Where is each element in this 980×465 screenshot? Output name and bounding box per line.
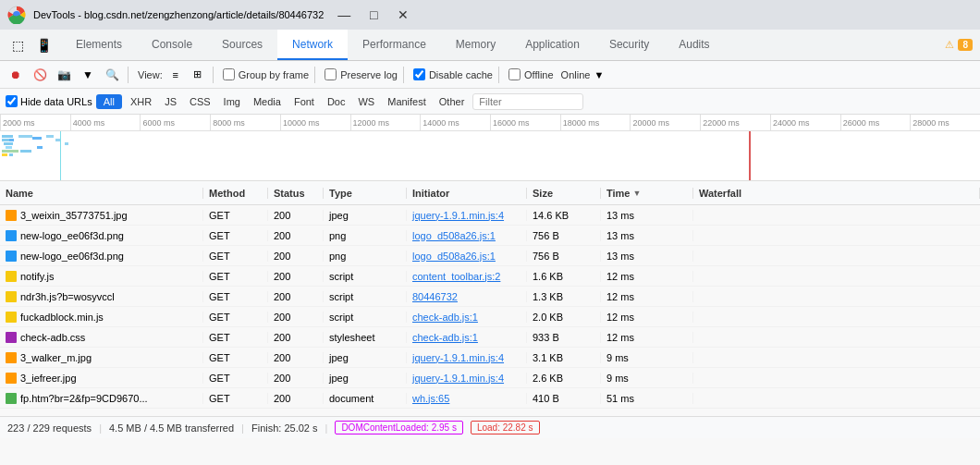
- cell-initiator[interactable]: jquery-1.9.1.min.js:4: [407, 210, 527, 221]
- cell-initiator[interactable]: wh.js:65: [407, 393, 527, 404]
- network-dropdown[interactable]: ▼: [594, 69, 604, 80]
- minimize-button[interactable]: —: [331, 6, 357, 23]
- cell-status: 200: [268, 352, 324, 363]
- cell-time: 12 ms: [601, 332, 693, 343]
- camera-button[interactable]: 📷: [54, 65, 74, 85]
- mark-26000: 26000 ms: [840, 115, 911, 130]
- table-row[interactable]: fuckadblock.min.jsGET200scriptcheck-adb.…: [0, 307, 980, 327]
- filter-media-button[interactable]: Media: [249, 95, 286, 108]
- table-row[interactable]: new-logo_ee06f3d.pngGET200pnglogo_d508a2…: [0, 226, 980, 246]
- device-icon[interactable]: 📱: [33, 35, 54, 55]
- cell-type: jpeg: [324, 210, 407, 221]
- cell-size: 1.6 KB: [527, 271, 601, 282]
- hide-data-urls-checkbox[interactable]: Hide data URLs: [6, 95, 92, 107]
- mark-20000: 20000 ms: [630, 115, 700, 130]
- table-row[interactable]: new-logo_ee06f3d.pngGET200pnglogo_d508a2…: [0, 246, 980, 266]
- maximize-button[interactable]: □: [361, 6, 386, 23]
- filter-css-button[interactable]: CSS: [185, 95, 215, 108]
- filter-ws-button[interactable]: WS: [353, 95, 379, 108]
- cell-initiator[interactable]: check-adb.js:1: [407, 332, 527, 343]
- cell-method: GET: [203, 291, 268, 302]
- table-row[interactable]: ndr3h.js?b=wosyvcclGET200script804467321…: [0, 287, 980, 307]
- cell-initiator[interactable]: logo_d508a26.js:1: [407, 230, 527, 241]
- clear-button[interactable]: 🚫: [30, 65, 50, 85]
- col-time: Time ▼: [601, 188, 693, 199]
- mark-14000: 14000 ms: [420, 115, 490, 130]
- mark-24000: 24000 ms: [770, 115, 840, 130]
- timeline-bars: [0, 131, 980, 181]
- record-button[interactable]: ⏺: [6, 65, 26, 85]
- table-row[interactable]: check-adb.cssGET200stylesheetcheck-adb.j…: [0, 327, 980, 348]
- tab-application[interactable]: Application: [510, 30, 594, 60]
- cell-size: 1.3 KB: [527, 291, 601, 302]
- mark-18000: 18000 ms: [560, 115, 631, 130]
- tab-performance[interactable]: Performance: [348, 30, 441, 60]
- filter-xhr-button[interactable]: XHR: [126, 95, 156, 108]
- cell-initiator[interactable]: 80446732: [407, 291, 527, 302]
- cell-name: 3_walker_m.jpg: [0, 352, 203, 363]
- table-row[interactable]: notify.jsGET200scriptcontent_toolbar.js:…: [0, 266, 980, 287]
- table-row[interactable]: fp.htm?br=2&fp=9CD9670...GET200documentw…: [0, 388, 980, 409]
- filter-other-button[interactable]: Other: [435, 95, 470, 108]
- table-row[interactable]: 3_weixin_35773751.jpgGET200jpegjquery-1.…: [0, 205, 980, 226]
- tab-security[interactable]: Security: [594, 30, 664, 60]
- search-button[interactable]: 🔍: [102, 65, 122, 85]
- preserve-log-checkbox[interactable]: Preserve log: [325, 68, 398, 80]
- cell-initiator[interactable]: jquery-1.9.1.min.js:4: [407, 373, 527, 384]
- svg-rect-2: [2, 135, 13, 138]
- cell-initiator[interactable]: content_toolbar.js:2: [407, 271, 527, 282]
- disable-cache-checkbox[interactable]: Disable cache: [413, 68, 493, 80]
- svg-rect-18: [60, 131, 61, 181]
- load-badge: Load: 22.82 s: [471, 421, 540, 434]
- filter-font-button[interactable]: Font: [289, 95, 319, 108]
- group-by-frame-checkbox[interactable]: Group by frame: [223, 68, 309, 80]
- tab-sources[interactable]: Sources: [207, 30, 277, 60]
- cell-type: jpeg: [324, 352, 407, 363]
- offline-checkbox[interactable]: Offline: [508, 68, 554, 80]
- table-row[interactable]: 3_iefreer.jpgGET200jpegjquery-1.9.1.min.…: [0, 368, 980, 388]
- tab-elements[interactable]: Elements: [61, 30, 137, 60]
- cell-status: 200: [268, 291, 324, 302]
- cell-size: 756 B: [527, 251, 601, 262]
- mark-4000: 4000 ms: [70, 115, 141, 130]
- mark-10000: 10000 ms: [280, 115, 350, 130]
- requests-count: 223 / 229 requests: [7, 422, 92, 434]
- cell-initiator[interactable]: logo_d508a26.js:1: [407, 251, 527, 262]
- filter-js-button[interactable]: JS: [160, 95, 181, 108]
- filter-all-button[interactable]: All: [96, 94, 122, 109]
- tab-memory[interactable]: Memory: [441, 30, 510, 60]
- cell-time: 13 ms: [601, 251, 693, 262]
- filter-icon-button[interactable]: ▼: [78, 65, 98, 85]
- inspect-icon[interactable]: ⬚: [7, 35, 28, 55]
- list-view-button[interactable]: ≡: [166, 66, 185, 84]
- warning-badge: ⚠ 8: [945, 30, 973, 60]
- mark-2000: 2000 ms: [0, 115, 70, 130]
- cell-name: 3_iefreer.jpg: [0, 373, 203, 384]
- cell-status: 200: [268, 271, 324, 282]
- table-row[interactable]: 3_walker_m.jpgGET200jpegjquery-1.9.1.min…: [0, 348, 980, 368]
- cell-method: GET: [203, 373, 268, 384]
- svg-rect-13: [9, 153, 13, 156]
- grid-view-button[interactable]: ⊞: [189, 66, 207, 84]
- filter-input[interactable]: [472, 93, 583, 110]
- close-button[interactable]: ✕: [390, 6, 416, 23]
- cell-time: 13 ms: [601, 210, 693, 221]
- cell-method: GET: [203, 230, 268, 241]
- filter-doc-button[interactable]: Doc: [323, 95, 350, 108]
- online-label: Online: [561, 69, 591, 80]
- tab-audits[interactable]: Audits: [664, 30, 724, 60]
- mark-28000: 28000 ms: [910, 115, 980, 130]
- tab-network[interactable]: Network: [277, 30, 348, 60]
- tab-console[interactable]: Console: [137, 30, 207, 60]
- cell-initiator[interactable]: jquery-1.9.1.min.js:4: [407, 352, 527, 363]
- filter-img-button[interactable]: Img: [219, 95, 245, 108]
- cell-name: new-logo_ee06f3d.png: [0, 251, 203, 262]
- filter-manifest-button[interactable]: Manifest: [383, 95, 431, 108]
- cell-initiator[interactable]: check-adb.js:1: [407, 312, 527, 323]
- svg-rect-17: [749, 131, 751, 181]
- svg-rect-15: [55, 139, 60, 141]
- mark-12000: 12000 ms: [350, 115, 421, 130]
- cell-time: 51 ms: [601, 393, 693, 404]
- cell-method: GET: [203, 210, 268, 221]
- cell-time: 12 ms: [601, 312, 693, 323]
